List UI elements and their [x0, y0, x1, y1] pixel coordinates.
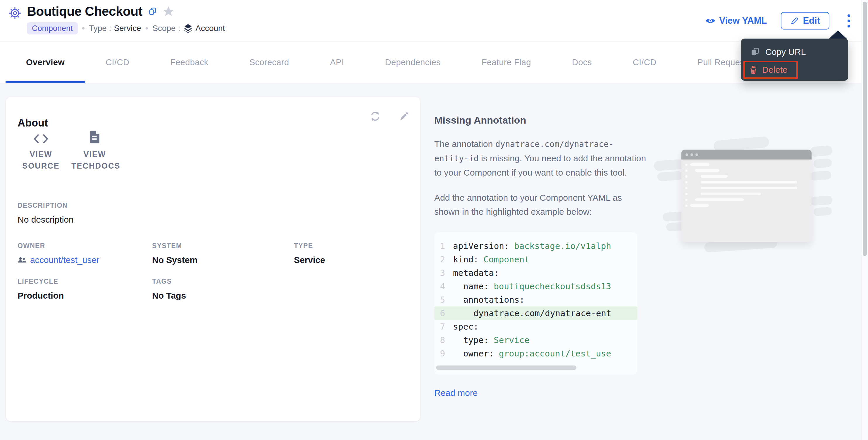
- scope-label: Scope :: [152, 24, 180, 33]
- scope-value: Account: [195, 24, 225, 33]
- field-type: TYPE Service: [294, 242, 325, 265]
- code-line: 2kind:Component: [434, 253, 637, 266]
- field-tags-value: No Tags: [152, 291, 186, 301]
- entity-meta-row: Component • Type : Service • Scope : Acc…: [27, 22, 225, 34]
- skeleton-line: [681, 193, 811, 195]
- page-scrollbar-track[interactable]: [862, 0, 868, 440]
- code-line: 1apiVersion:backstage.io/v1alph: [434, 239, 637, 253]
- field-description-label: DESCRIPTION: [18, 202, 74, 209]
- meta-separator: •: [145, 23, 149, 33]
- component-gear-icon: [8, 6, 22, 20]
- missing-annotation-illustration: [652, 129, 854, 263]
- copy-icon: [750, 47, 760, 57]
- tab-api[interactable]: API: [309, 42, 364, 83]
- layers-icon: [184, 24, 192, 33]
- entity-page: Boutique Checkout Component: [0, 0, 868, 440]
- edit-about-pencil-icon[interactable]: [397, 110, 410, 123]
- more-options-dropdown: Copy URL Delete: [741, 39, 848, 81]
- dropdown-arrow: [829, 30, 847, 39]
- yaml-code-block: 1apiVersion:backstage.io/v1alph 2kind:Co…: [434, 232, 637, 375]
- skeleton-line: [681, 175, 811, 178]
- group-icon: [18, 257, 27, 263]
- delete-highlight-annotation: Delete: [743, 61, 798, 79]
- view-yaml-label: View YAML: [719, 15, 767, 26]
- field-type-value: Service: [294, 255, 325, 265]
- scribble-shape: [813, 158, 832, 168]
- scribble-shape: [813, 207, 832, 216]
- tab-cicd-2[interactable]: CI/CD: [612, 42, 677, 83]
- code-horizontal-scrollbar[interactable]: [436, 366, 577, 370]
- mock-code-window: [681, 149, 811, 242]
- copy-entity-name-icon[interactable]: [148, 7, 157, 16]
- title-block: Boutique Checkout Component: [27, 0, 225, 34]
- type-value: Service: [114, 24, 141, 33]
- scribble-shape: [657, 171, 683, 181]
- field-system: SYSTEM No System: [152, 242, 197, 265]
- entity-header-actions: View YAML Edit: [705, 12, 855, 30]
- field-system-label: SYSTEM: [152, 242, 197, 250]
- missing-annotation-panel: Missing Annotation The annotation dynatr…: [434, 106, 646, 398]
- pencil-icon: [790, 16, 799, 25]
- code-icon: [33, 129, 49, 144]
- code-line: 8type:Service: [434, 333, 637, 347]
- owner-link[interactable]: account/test_user: [18, 255, 99, 265]
- menu-item-copy-url[interactable]: Copy URL: [750, 45, 806, 59]
- skeleton-line: [681, 163, 811, 166]
- field-owner-label: OWNER: [18, 242, 99, 250]
- favorite-star-icon[interactable]: [163, 6, 174, 17]
- view-source-label: VIEW SOURCE: [18, 148, 64, 172]
- tab-cicd[interactable]: CI/CD: [85, 42, 150, 83]
- view-source-link[interactable]: VIEW SOURCE: [18, 129, 64, 172]
- entity-header-left: Boutique Checkout Component: [8, 0, 225, 41]
- tab-dependencies[interactable]: Dependencies: [364, 42, 461, 83]
- field-tags: TAGS No Tags: [152, 277, 186, 301]
- skeleton-line: [681, 181, 811, 183]
- mock-window-titlebar: [681, 149, 811, 160]
- page-scrollbar-thumb[interactable]: [863, 2, 867, 256]
- field-owner: OWNER account/test_user: [18, 242, 99, 265]
- field-lifecycle-label: LIFECYCLE: [18, 277, 64, 285]
- code-line: 7spec:: [434, 320, 637, 333]
- read-more-link[interactable]: Read more: [434, 388, 477, 398]
- tab-feedback[interactable]: Feedback: [150, 42, 229, 83]
- trash-icon: [749, 65, 758, 74]
- refresh-icon[interactable]: [369, 110, 382, 123]
- scribble-shape: [810, 170, 832, 181]
- about-links: VIEW SOURCE VIEW TECHDOCS: [18, 129, 118, 172]
- tab-feature-flag[interactable]: Feature Flag: [461, 42, 552, 83]
- field-description-value: No description: [18, 215, 74, 225]
- document-icon: [89, 129, 100, 144]
- code-line: 5annotations:: [434, 293, 637, 306]
- field-system-value: No System: [152, 255, 197, 265]
- page-title: Boutique Checkout: [27, 4, 143, 19]
- kind-badge: Component: [27, 22, 78, 34]
- about-heading: About: [18, 117, 48, 129]
- meta-separator: •: [82, 23, 85, 33]
- view-techdocs-label: VIEW TECHDOCS: [71, 148, 118, 172]
- view-techdocs-link[interactable]: VIEW TECHDOCS: [71, 129, 118, 172]
- tab-docs[interactable]: Docs: [552, 42, 612, 83]
- code-line: 4name:boutiquecheckoutsdsds13: [434, 280, 637, 293]
- skeleton-line: [681, 198, 811, 201]
- field-description: DESCRIPTION No description: [18, 202, 74, 225]
- more-options-kebab-button[interactable]: [842, 12, 855, 30]
- edit-button[interactable]: Edit: [781, 12, 829, 30]
- tab-scorecard[interactable]: Scorecard: [229, 42, 310, 83]
- scribble-shape: [654, 159, 685, 171]
- menu-item-delete[interactable]: Delete: [749, 62, 787, 77]
- field-tags-label: TAGS: [152, 277, 186, 285]
- type-label: Type :: [89, 24, 111, 33]
- about-card: About: [6, 97, 420, 421]
- skeleton-line: [681, 187, 811, 189]
- tab-overview[interactable]: Overview: [5, 42, 85, 83]
- page-content: About: [0, 83, 868, 440]
- annotation-intro-paragraph: The annotation dynatrace.com/dynatrace-e…: [434, 137, 646, 180]
- annotation-instruction-paragraph: Add the annotation to your Component YAM…: [434, 191, 646, 219]
- owner-link-label: account/test_user: [30, 255, 99, 265]
- entity-tabs: Overview CI/CD Feedback Scorecard API De…: [0, 42, 868, 83]
- view-yaml-link[interactable]: View YAML: [705, 15, 767, 26]
- field-type-label: TYPE: [294, 242, 325, 250]
- field-lifecycle-value: Production: [18, 291, 64, 301]
- scribble-shape: [810, 145, 833, 157]
- code-line: 3metadata:: [434, 266, 637, 280]
